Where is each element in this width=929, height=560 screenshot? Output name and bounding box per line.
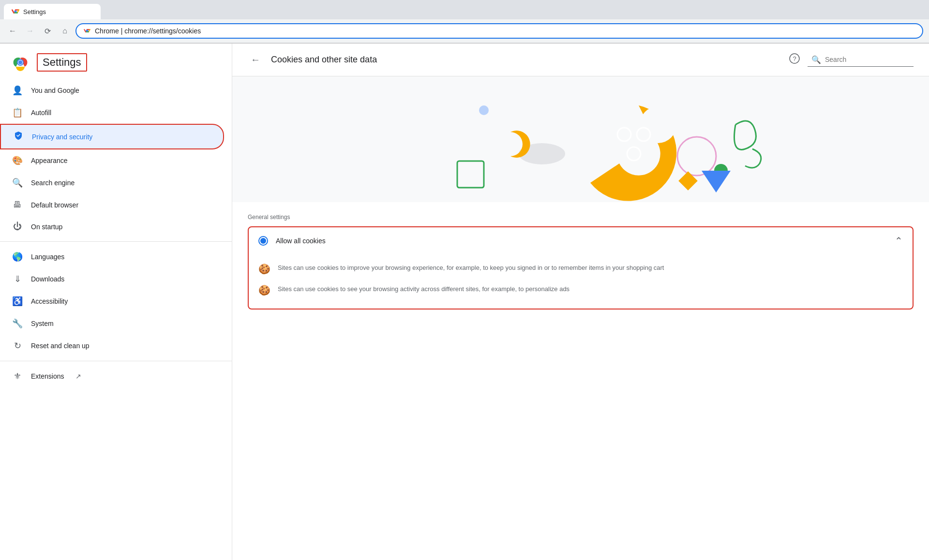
sidebar-item-extensions[interactable]: ⚜ Extensions ↗	[0, 365, 224, 387]
chrome-tab-icon	[12, 8, 19, 15]
sidebar-item-autofill[interactable]: 📋 Autofill	[0, 102, 224, 124]
nav-divider	[0, 241, 232, 242]
option-row-left: Allow all cookies	[258, 236, 326, 246]
svg-point-10	[479, 105, 489, 115]
chrome-address-icon	[83, 27, 91, 35]
system-icon: 🔧	[12, 318, 23, 329]
svg-point-16	[627, 147, 641, 161]
chevron-up-icon[interactable]: ⌃	[895, 235, 903, 247]
cookie-illustration	[232, 76, 929, 202]
cookie-icon-2: 🍪	[258, 284, 270, 296]
sidebar-item-search-engine[interactable]: 🔍 Search engine	[0, 172, 224, 194]
svg-point-17	[677, 137, 716, 176]
svg-point-13	[640, 106, 676, 143]
sidebar-item-accessibility[interactable]: ♿ Accessibility	[0, 290, 224, 312]
radio-inner	[260, 238, 266, 244]
sidebar-item-privacy-and-security[interactable]: Privacy and security	[0, 124, 224, 149]
main-content: ← Cookies and other site data ? 🔍	[232, 44, 929, 560]
reload-button[interactable]: ⟳	[41, 24, 54, 38]
svg-rect-12	[457, 161, 484, 188]
accessibility-icon: ♿	[12, 296, 23, 307]
content-title: Cookies and other site data	[271, 55, 377, 65]
header-search: 🔍	[808, 53, 914, 67]
chrome-logo	[12, 54, 29, 71]
sidebar-header: Settings	[0, 44, 232, 79]
cookie-icon-1: 🍪	[258, 263, 270, 275]
sidebar-item-system[interactable]: 🔧 System	[0, 312, 224, 335]
sidebar-item-languages[interactable]: 🌎 Languages	[0, 246, 224, 268]
extension-icon: ⚜	[12, 371, 23, 382]
section-label: General settings	[248, 214, 914, 221]
svg-point-7	[18, 60, 22, 64]
detail-text-1: Sites can use cookies to improve your br…	[278, 263, 903, 273]
sidebar-item-appearance[interactable]: 🎨 Appearance	[0, 149, 224, 172]
download-icon: ⇓	[12, 274, 23, 284]
svg-marker-20	[702, 171, 731, 192]
sidebar-item-downloads[interactable]: ⇓ Downloads	[0, 268, 224, 290]
web-icon: 🖶	[12, 200, 23, 210]
person-icon: 👤	[12, 85, 23, 96]
allow-all-cookies-row[interactable]: Allow all cookies ⌃	[249, 227, 913, 254]
header-search-input[interactable]	[825, 56, 910, 63]
address-bar[interactable]: Chrome | chrome://settings/cookies	[75, 23, 923, 39]
general-settings-section: General settings Allow all cookies ⌃ 🍪	[232, 202, 929, 322]
help-button[interactable]: ?	[789, 53, 800, 66]
forward-button[interactable]: →	[23, 24, 37, 38]
sidebar-item-you-and-google[interactable]: 👤 You and Google	[0, 79, 224, 102]
radio-selected[interactable]	[258, 236, 268, 246]
settings-title: Settings	[43, 56, 81, 68]
autofill-icon: 📋	[12, 107, 23, 118]
back-button[interactable]: ←	[6, 24, 19, 38]
palette-icon: 🎨	[12, 155, 23, 166]
active-tab[interactable]: Settings	[4, 4, 101, 19]
content-back-button[interactable]: ←	[248, 51, 263, 68]
svg-rect-19	[678, 171, 698, 191]
allow-all-cookies-card: Allow all cookies ⌃ 🍪 Sites can use cook…	[248, 226, 914, 309]
detail-text-2: Sites can use cookies to see your browsi…	[278, 284, 903, 294]
content-header-right: ? 🔍	[789, 53, 914, 67]
cookie-svg	[387, 86, 774, 192]
tab-title: Settings	[23, 8, 46, 15]
home-button[interactable]: ⌂	[58, 24, 72, 38]
power-icon: ⏻	[12, 221, 23, 232]
reset-icon: ↻	[12, 340, 23, 351]
nav-divider-2	[0, 361, 232, 361]
sidebar-nav: 👤 You and Google 📋 Autofill Privacy and …	[0, 79, 232, 387]
language-icon: 🌎	[12, 251, 23, 262]
svg-text:?: ?	[793, 55, 796, 62]
settings-title-box: Settings	[37, 53, 87, 72]
external-link-icon: ↗	[75, 372, 81, 380]
sidebar: Settings 👤 You and Google 📋 Autofill	[0, 44, 232, 560]
svg-point-14	[617, 128, 631, 141]
header-search-icon: 🔍	[811, 55, 821, 64]
sidebar-item-on-startup[interactable]: ⏻ On startup	[0, 216, 224, 237]
shield-icon	[13, 131, 24, 143]
detail-row-1: 🍪 Sites can use cookies to improve your …	[258, 258, 903, 280]
content-header-left: ← Cookies and other site data	[248, 51, 377, 68]
option-detail: 🍪 Sites can use cookies to improve your …	[249, 254, 913, 309]
detail-row-2: 🍪 Sites can use cookies to see your brow…	[258, 280, 903, 301]
allow-all-cookies-label: Allow all cookies	[276, 237, 326, 245]
address-text: Chrome | chrome://settings/cookies	[95, 27, 201, 35]
search-icon: 🔍	[12, 177, 23, 188]
sidebar-item-default-browser[interactable]: 🖶 Default browser	[0, 194, 224, 216]
content-header: ← Cookies and other site data ? 🔍	[232, 44, 929, 76]
sidebar-item-reset-and-clean-up[interactable]: ↻ Reset and clean up	[0, 335, 224, 357]
